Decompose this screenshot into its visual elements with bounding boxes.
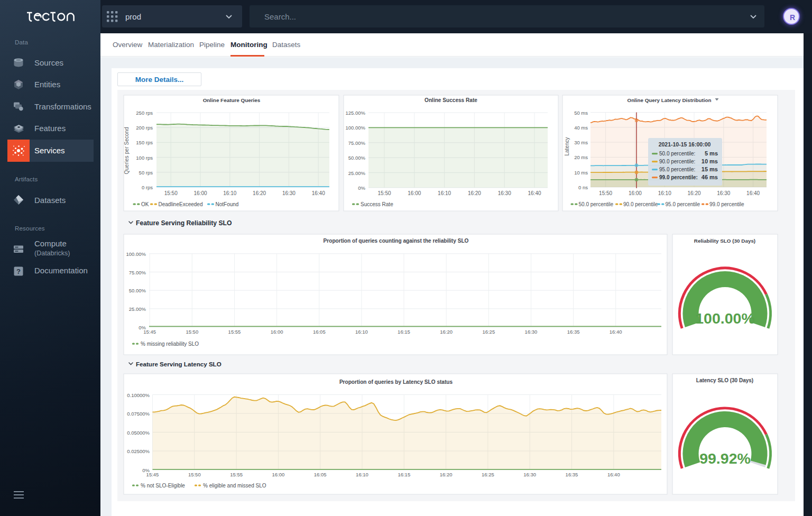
svg-text:Feature Serving Latency SLO: Feature Serving Latency SLO <box>136 361 222 367</box>
svg-text:16:10: 16:10 <box>658 190 671 196</box>
svg-text:50.0 percentile:: 50.0 percentile: <box>659 151 695 156</box>
svg-text:16:00: 16:00 <box>271 329 283 335</box>
svg-text:75.00%: 75.00% <box>348 140 366 146</box>
svg-text:90.0 percentile: 90.0 percentile <box>623 201 658 207</box>
svg-text:Proportion of queries counting: Proportion of queries counting against t… <box>324 238 469 244</box>
svg-text:15:45: 15:45 <box>143 329 156 335</box>
svg-text:15:55: 15:55 <box>228 329 241 335</box>
svg-text:15:50: 15:50 <box>377 190 391 196</box>
svg-text:% not SLO-Eligible: % not SLO-Eligible <box>141 483 185 489</box>
svg-text:16:20: 16:20 <box>440 472 453 477</box>
svg-text:16:40: 16:40 <box>746 190 760 196</box>
svg-text:0.07500%: 0.07500% <box>127 411 150 417</box>
svg-text:100.00%: 100.00% <box>695 310 755 327</box>
svg-text:99.0 percentile: 99.0 percentile <box>709 201 744 207</box>
svg-text:15:45: 15:45 <box>146 472 159 477</box>
svg-text:150 rps: 150 rps <box>136 140 153 145</box>
svg-text:16:20: 16:20 <box>440 329 453 335</box>
svg-text:10 ms: 10 ms <box>702 158 718 164</box>
svg-text:2021-10-15 16:00:00: 2021-10-15 16:00:00 <box>659 141 711 148</box>
svg-text:Latency: Latency <box>564 137 570 155</box>
svg-text:25.00%: 25.00% <box>348 170 366 176</box>
svg-text:15:50: 15:50 <box>599 190 612 196</box>
svg-text:50 rps: 50 rps <box>139 170 153 176</box>
svg-text:20 ms: 20 ms <box>574 154 588 160</box>
svg-text:Latency SLO (30 Days): Latency SLO (30 Days) <box>696 377 753 383</box>
svg-text:200 rps: 200 rps <box>136 125 153 131</box>
svg-text:16:35: 16:35 <box>567 329 580 335</box>
svg-text:40 ms: 40 ms <box>574 125 588 131</box>
svg-text:99.0 percentile:: 99.0 percentile: <box>659 174 698 180</box>
svg-text:16:00: 16:00 <box>408 190 421 196</box>
svg-text:16:35: 16:35 <box>566 472 578 477</box>
svg-text:50.0 percentile: 50.0 percentile <box>579 201 614 207</box>
svg-text:50.00%: 50.00% <box>129 288 146 293</box>
svg-text:25.00%: 25.00% <box>129 306 146 312</box>
svg-text:16:15: 16:15 <box>398 329 410 335</box>
svg-text:100 rps: 100 rps <box>136 155 153 161</box>
svg-text:100.00%: 100.00% <box>126 251 146 257</box>
svg-text:16:10: 16:10 <box>223 190 236 196</box>
svg-text:Feature Serving Reliability SL: Feature Serving Reliability SLO <box>136 219 232 227</box>
svg-text:15:50: 15:50 <box>186 329 198 335</box>
svg-text:16:30: 16:30 <box>717 190 730 196</box>
svg-text:15 ms: 15 ms <box>702 166 718 172</box>
svg-text:16:00: 16:00 <box>629 190 642 196</box>
svg-text:NotFound: NotFound <box>216 201 239 207</box>
svg-text:16:20: 16:20 <box>253 190 266 196</box>
svg-text:10 ms: 10 ms <box>574 170 588 176</box>
svg-text:16:20: 16:20 <box>687 190 700 196</box>
svg-text:15:50: 15:50 <box>188 472 201 477</box>
svg-text:Queries per Second: Queries per Second <box>124 127 130 174</box>
svg-text:OK: OK <box>141 201 149 207</box>
svg-text:16:10: 16:10 <box>356 472 368 477</box>
svg-text:16:30: 16:30 <box>525 329 538 335</box>
svg-text:16:40: 16:40 <box>610 329 622 335</box>
svg-text:16:10: 16:10 <box>355 329 368 335</box>
svg-text:15:50: 15:50 <box>164 190 178 196</box>
svg-text:% missing reliability SLO: % missing reliability SLO <box>141 341 199 347</box>
svg-text:16:10: 16:10 <box>438 190 451 196</box>
svg-text:0.02500%: 0.02500% <box>127 448 150 454</box>
svg-text:0.10000%: 0.10000% <box>127 392 150 398</box>
svg-text:Proportion of queries by Laten: Proportion of queries by Latency SLO sta… <box>339 379 453 385</box>
svg-text:16:20: 16:20 <box>468 190 481 196</box>
svg-text:16:25: 16:25 <box>482 329 495 335</box>
svg-text:16:40: 16:40 <box>528 190 541 196</box>
svg-text:DeadlineExceeded: DeadlineExceeded <box>159 201 203 207</box>
svg-text:125.00%: 125.00% <box>345 110 365 116</box>
svg-text:95.0 percentile: 95.0 percentile <box>666 201 700 207</box>
svg-text:90.0 percentile:: 90.0 percentile: <box>659 159 695 164</box>
svg-text:75.00%: 75.00% <box>129 270 146 275</box>
svg-text:Online Success Rate: Online Success Rate <box>425 97 477 103</box>
svg-text:16:00: 16:00 <box>193 190 207 196</box>
svg-text:46 ms: 46 ms <box>702 174 718 180</box>
svg-text:16:05: 16:05 <box>314 472 327 477</box>
svg-text:16:30: 16:30 <box>498 190 511 196</box>
svg-text:16:00: 16:00 <box>272 472 285 477</box>
svg-text:0.05000%: 0.05000% <box>127 430 150 436</box>
svg-text:0 rps: 0 rps <box>142 185 153 190</box>
svg-text:95.0 percentile:: 95.0 percentile: <box>659 167 695 172</box>
svg-text:16:30: 16:30 <box>523 472 536 477</box>
svg-text:99.92%: 99.92% <box>699 450 751 467</box>
svg-text:16:40: 16:40 <box>607 472 620 477</box>
svg-text:Reliability SLO (30 Days): Reliability SLO (30 Days) <box>694 238 755 244</box>
svg-text:5 ms: 5 ms <box>705 150 718 156</box>
svg-text:100.00%: 100.00% <box>345 125 365 131</box>
svg-text:16:05: 16:05 <box>313 329 326 335</box>
svg-text:% eligible and missed SLO: % eligible and missed SLO <box>203 483 266 489</box>
svg-text:50 ms: 50 ms <box>574 110 588 116</box>
svg-text:16:40: 16:40 <box>312 190 325 196</box>
svg-text:50.00%: 50.00% <box>348 155 366 161</box>
svg-text:16:25: 16:25 <box>482 472 494 477</box>
svg-text:Success Rate: Success Rate <box>361 201 393 207</box>
svg-text:15:55: 15:55 <box>230 472 243 477</box>
svg-text:0%: 0% <box>358 185 365 191</box>
svg-text:30 ms: 30 ms <box>574 140 588 145</box>
svg-text:16:30: 16:30 <box>282 190 296 196</box>
svg-text:250 rps: 250 rps <box>136 110 153 116</box>
svg-text:16:15: 16:15 <box>398 472 410 477</box>
svg-text:0 ns: 0 ns <box>578 185 588 190</box>
svg-text:Online Feature Queries: Online Feature Queries <box>203 97 261 103</box>
